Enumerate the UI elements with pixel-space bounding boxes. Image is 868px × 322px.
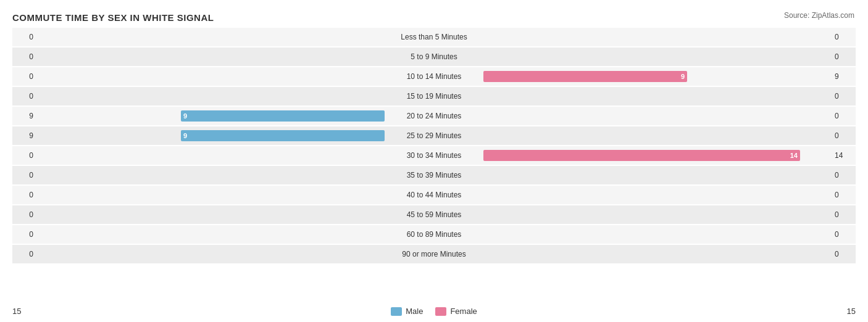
female-bar-container <box>483 109 831 123</box>
legend-male-box <box>391 307 402 316</box>
male-bar-container <box>37 188 385 202</box>
male-value: 0 <box>12 210 37 219</box>
female-value: 0 <box>831 191 856 199</box>
male-bar: 9 <box>181 130 385 141</box>
male-value: 0 <box>12 151 37 160</box>
legend-male: Male <box>391 307 423 316</box>
bar-section: 45 to 59 Minutes <box>37 205 831 224</box>
female-bar-container <box>483 188 831 202</box>
female-bar-container <box>483 89 831 103</box>
footer-left-value: 15 <box>12 307 21 316</box>
male-value: 0 <box>12 230 37 239</box>
bar-section: 90 or more Minutes <box>37 245 831 263</box>
legend-male-label: Male <box>406 307 423 316</box>
row-label: 25 to 29 Minutes <box>385 131 483 140</box>
row-label: 5 to 9 Minutes <box>385 52 483 61</box>
female-value: 0 <box>831 52 856 61</box>
male-bar-container: 9 <box>37 129 385 142</box>
row-label: Less than 5 Minutes <box>385 33 483 41</box>
chart-row: 090 or more Minutes0 <box>12 245 856 263</box>
male-value: 0 <box>12 171 37 180</box>
male-bar-container <box>37 89 385 103</box>
male-bar-container <box>37 247 385 261</box>
female-value: 0 <box>831 33 856 41</box>
bar-section: 920 to 24 Minutes <box>37 107 831 125</box>
chart-row: 015 to 19 Minutes0 <box>12 87 856 105</box>
bar-section: 5 to 9 Minutes <box>37 47 831 66</box>
legend-female-label: Female <box>450 307 477 316</box>
bar-section: 15 to 19 Minutes <box>37 87 831 105</box>
female-value: 0 <box>831 112 856 120</box>
male-bar-container <box>37 208 385 221</box>
footer-right-value: 15 <box>847 307 856 316</box>
row-label: 60 to 89 Minutes <box>385 230 483 239</box>
male-bar-container <box>37 70 385 83</box>
chart-footer: 15 Male Female 15 <box>0 307 868 316</box>
row-label: 40 to 44 Minutes <box>385 191 483 199</box>
source-label: Source: ZipAtlas.com <box>784 11 854 20</box>
female-value: 0 <box>831 210 856 219</box>
female-bar: 14 <box>483 150 800 161</box>
row-label: 45 to 59 Minutes <box>385 210 483 219</box>
female-value: 0 <box>831 250 856 258</box>
female-value: 0 <box>831 230 856 239</box>
male-bar-container <box>37 168 385 182</box>
female-bar-container: 14 <box>483 149 831 162</box>
legend-female-box <box>435 307 446 316</box>
male-value: 0 <box>12 250 37 258</box>
male-bar-container <box>37 228 385 241</box>
male-bar-container <box>37 50 385 64</box>
female-bar-container <box>483 247 831 261</box>
female-value: 0 <box>831 131 856 140</box>
bar-section: 60 to 89 Minutes <box>37 225 831 244</box>
chart-title: COMMUTE TIME BY SEX IN WHITE SIGNAL <box>12 12 856 23</box>
female-value: 14 <box>831 151 856 160</box>
male-value: 9 <box>12 112 37 120</box>
bar-section: 40 to 44 Minutes <box>37 186 831 204</box>
chart-area: 0Less than 5 Minutes005 to 9 Minutes0010… <box>12 28 856 287</box>
bar-section: Less than 5 Minutes <box>37 28 831 46</box>
chart-row: 0Less than 5 Minutes0 <box>12 28 856 46</box>
bar-section: 30 to 34 Minutes14 <box>37 146 831 165</box>
male-bar-container: 9 <box>37 109 385 123</box>
male-value: 0 <box>12 72 37 81</box>
female-bar-container <box>483 30 831 44</box>
male-value: 0 <box>12 191 37 199</box>
female-bar-container: 9 <box>483 70 831 83</box>
male-bar-container <box>37 149 385 162</box>
male-value: 0 <box>12 92 37 101</box>
chart-container: COMMUTE TIME BY SEX IN WHITE SIGNAL Sour… <box>0 0 868 322</box>
bar-section: 10 to 14 Minutes9 <box>37 67 831 86</box>
bar-section: 925 to 29 Minutes <box>37 126 831 145</box>
row-label: 30 to 34 Minutes <box>385 151 483 160</box>
female-value: 0 <box>831 171 856 180</box>
chart-row: 040 to 44 Minutes0 <box>12 186 856 204</box>
row-label: 10 to 14 Minutes <box>385 72 483 81</box>
chart-row: 9920 to 24 Minutes0 <box>12 107 856 125</box>
chart-row: 060 to 89 Minutes0 <box>12 225 856 244</box>
female-value: 0 <box>831 92 856 101</box>
bar-section: 35 to 39 Minutes <box>37 166 831 184</box>
chart-row: 030 to 34 Minutes1414 <box>12 146 856 165</box>
female-value: 9 <box>831 72 856 81</box>
chart-row: 9925 to 29 Minutes0 <box>12 126 856 145</box>
male-bar: 9 <box>181 110 385 122</box>
legend: Male Female <box>391 307 477 316</box>
chart-row: 035 to 39 Minutes0 <box>12 166 856 184</box>
female-bar-container <box>483 168 831 182</box>
male-value: 9 <box>12 131 37 140</box>
female-bar-container <box>483 129 831 142</box>
row-label: 90 or more Minutes <box>385 250 483 258</box>
female-bar-container <box>483 228 831 241</box>
male-value: 0 <box>12 33 37 41</box>
female-bar-container <box>483 50 831 64</box>
chart-row: 010 to 14 Minutes99 <box>12 67 856 86</box>
male-value: 0 <box>12 52 37 61</box>
row-label: 20 to 24 Minutes <box>385 112 483 120</box>
legend-female: Female <box>435 307 477 316</box>
row-label: 35 to 39 Minutes <box>385 171 483 180</box>
male-bar-container <box>37 30 385 44</box>
female-bar-container <box>483 208 831 221</box>
chart-row: 05 to 9 Minutes0 <box>12 47 856 66</box>
female-bar: 9 <box>483 71 687 82</box>
